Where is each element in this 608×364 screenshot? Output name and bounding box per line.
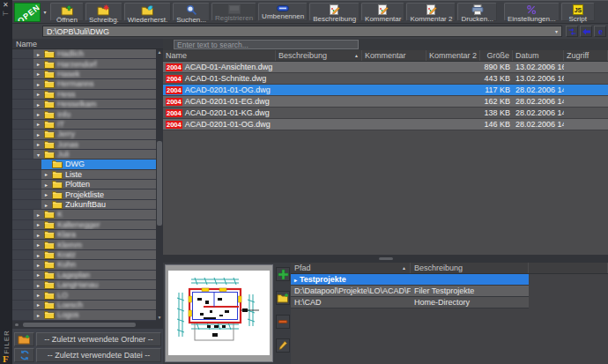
scroll-down-icon[interactable]: ▼ — [156, 315, 163, 321]
chevron-right-icon[interactable]: ▸ — [43, 191, 49, 197]
scrollbar-thumb[interactable] — [157, 141, 162, 226]
beschreibung-button[interactable]: Beschreibung — [309, 3, 360, 21]
tree-item-liste[interactable]: ▸Liste — [12, 170, 156, 180]
tree-item-hasek[interactable]: ▸Hasek — [12, 70, 156, 79]
tree-item-kratz[interactable]: ▸Kratz — [12, 250, 156, 260]
tree-header[interactable]: Name — [12, 39, 163, 49]
file-row-acad-01-schnitte-dwg[interactable]: 2004ACAD-01-Schnitte.dwg443 KB13.02.2006… — [163, 73, 608, 85]
chevron-right-icon[interactable]: ▸ — [43, 171, 49, 177]
chevron-right-icon[interactable]: ▸ — [35, 232, 41, 238]
tree-item-langhanau[interactable]: ▸LangHanau — [12, 280, 156, 290]
tree-item-jonas[interactable]: ▸Jonas — [12, 140, 156, 150]
wiederherst-button[interactable]: Wiederherst. — [124, 3, 171, 21]
tree-item-jerry[interactable]: ▸Jerry — [12, 130, 156, 139]
suchen-button[interactable]: Suchen... — [173, 3, 210, 21]
address-dropdown-icon[interactable]: ▾ — [555, 28, 558, 34]
tree-item-kaltenegger[interactable]: ▸Kaltenegger — [12, 220, 156, 230]
tree-item-harzendorf[interactable]: ▸Harzendorf — [12, 59, 156, 69]
add-folder-button[interactable] — [276, 291, 290, 305]
close-icon[interactable]: ✕ — [3, 1, 9, 9]
file-row-acad-0201-01-kg-dwg[interactable]: 2004ACAD-0201-01-KG.dwg138 KB28.02.2006 … — [163, 108, 608, 119]
back-button[interactable] — [580, 26, 592, 37]
chevron-right-icon[interactable]: ▸ — [294, 277, 297, 283]
open-logo-button[interactable]: OPEN — [14, 3, 41, 22]
tree-item-klara[interactable]: ▸Klara — [12, 230, 156, 240]
column-header-pfad[interactable]: Pfad▲ — [291, 263, 411, 273]
tree-item-hermanns[interactable]: ▸Hermanns — [12, 79, 156, 89]
chevron-right-icon[interactable]: ▸ — [35, 312, 41, 318]
address-path-field[interactable]: D:\OPB\Juli\DWG ▾ — [42, 26, 562, 37]
chevron-right-icon[interactable]: ▸ — [43, 182, 49, 188]
file-row-acad-0201-01-og-dwg[interactable]: 2004ACAD-0201-01-OG.dwg117 KB28.02.2006 … — [163, 85, 608, 96]
chevron-right-icon[interactable]: ▸ — [35, 141, 41, 147]
scroll-up-icon[interactable]: ▲ — [156, 49, 163, 56]
column-header-datum[interactable]: Datum — [513, 50, 564, 61]
path-row-h-cad[interactable]: H:\CADHome-Directory — [291, 297, 529, 308]
tree-item-lageplan[interactable]: ▸Lageplan — [12, 271, 156, 280]
tree-item-juli[interactable]: ▾Juli — [12, 150, 156, 160]
drucken-button[interactable]: Drucken... — [457, 3, 496, 21]
tree-item-hesselkam[interactable]: ▸Hesselkam — [12, 100, 156, 109]
tree-item-k[interactable]: ▸K — [12, 210, 156, 219]
remove-button[interactable] — [276, 315, 290, 329]
chevron-right-icon[interactable]: ▸ — [35, 61, 41, 67]
tree-item-lo[interactable]: ▸LO — [12, 290, 156, 300]
tree-item-hadlich[interactable]: ▸Hadlich — [12, 49, 156, 59]
script-button[interactable]: JSScript — [561, 3, 595, 21]
column-header-gr-e[interactable]: Größe — [480, 50, 513, 61]
tree-item-kuhn[interactable]: ▸Kuhn — [12, 260, 156, 270]
recent-folders-button[interactable]: -- Zuletzt verwendete Ordner -- — [36, 332, 161, 346]
path-row-d-datapool-projekte-lo-acad-fuchs[interactable]: D:\Datapool\Projekte\LO\ACAD\Fuchs...Fil… — [291, 286, 529, 297]
horizontal-splitter[interactable] — [163, 255, 608, 263]
chevron-right-icon[interactable]: ▸ — [35, 121, 41, 127]
file-row-acad-01-ansichten-dwg[interactable]: 2004ACAD-01-Ansichten.dwg890 KB13.02.200… — [163, 62, 608, 73]
chevron-right-icon[interactable]: ▸ — [35, 111, 41, 117]
edit-button[interactable] — [276, 338, 290, 353]
kommentar-2-button[interactable]: Kommentar 2 — [406, 3, 456, 21]
splitter-grip[interactable] — [379, 257, 393, 260]
tree-item-logos[interactable]: ▸Logos — [12, 310, 156, 320]
chevron-right-icon[interactable]: ▸ — [35, 131, 41, 137]
search-input[interactable] — [174, 40, 359, 49]
chevron-right-icon[interactable]: ▸ — [35, 262, 41, 268]
tree-item-klemm[interactable]: ▸Klemm — [12, 240, 156, 249]
scrollbar-thumb[interactable] — [23, 323, 136, 327]
tree-item-loesch[interactable]: ▸Loesch — [12, 301, 156, 310]
file-row-acad-0201-01-og-dwg[interactable]: 2004ACAD-0201-01-OG.dwg146 KB28.02.2006 … — [163, 119, 608, 130]
add-button[interactable] — [276, 267, 290, 281]
logo-dropdown-icon[interactable]: ▾ — [41, 1, 49, 23]
chevron-right-icon[interactable]: ▸ — [35, 71, 41, 77]
recent-folders-icon-button[interactable] — [14, 332, 34, 346]
tree-item-plotten[interactable]: ▸Plotten — [12, 180, 156, 189]
tree-item-zukunftbau[interactable]: ▸ZukunftBau — [12, 200, 156, 210]
tree-item-info[interactable]: ▸Info — [12, 109, 156, 119]
chevron-right-icon[interactable]: ▸ — [35, 51, 41, 57]
chevron-right-icon[interactable]: ▸ — [35, 241, 41, 248]
chevron-right-icon[interactable]: ▸ — [35, 91, 41, 97]
chevron-right-icon[interactable]: ▸ — [35, 81, 41, 87]
pin-icon[interactable]: ⊢ — [3, 10, 9, 18]
explorer-button[interactable]: e — [594, 26, 606, 37]
tree-item-it[interactable]: ▸IT — [12, 120, 156, 130]
path-row-testprojekte[interactable]: ▸Testprojekte — [291, 274, 529, 286]
kommentar-button[interactable]: Kommentar — [361, 3, 404, 21]
tree-item-dwg[interactable]: DWG — [12, 160, 156, 169]
chevron-right-icon[interactable]: ▸ — [35, 282, 41, 288]
chevron-right-icon[interactable]: ▸ — [35, 212, 41, 218]
einstellungen-button[interactable]: Einstellungen... — [504, 3, 560, 21]
chevron-down-icon[interactable]: ▾ — [35, 152, 41, 158]
tree-item-projektliste[interactable]: ▸Projektliste — [12, 189, 156, 199]
chevron-right-icon[interactable]: ▸ — [35, 101, 41, 108]
column-header-beschreibung[interactable]: Beschreibung — [411, 263, 529, 273]
column-header-zugriff[interactable]: Zugriff — [564, 50, 608, 61]
tree-item-hess[interactable]: ▸Hess — [12, 90, 156, 100]
chevron-right-icon[interactable]: ▸ — [35, 271, 41, 278]
column-header-kommentar[interactable]: Kommentar — [362, 50, 426, 61]
sync-button[interactable] — [566, 26, 578, 37]
chevron-right-icon[interactable]: ▸ — [35, 221, 41, 227]
column-header-name[interactable]: Name — [163, 50, 276, 61]
column-header-beschreibung[interactable]: Beschreibung▲ — [276, 50, 362, 61]
chevron-right-icon[interactable]: ▸ — [35, 301, 41, 308]
chevron-right-icon[interactable]: ▸ — [43, 202, 49, 208]
recent-file-button[interactable]: -- Zuletzt verwendete Datei -- — [36, 348, 161, 362]
